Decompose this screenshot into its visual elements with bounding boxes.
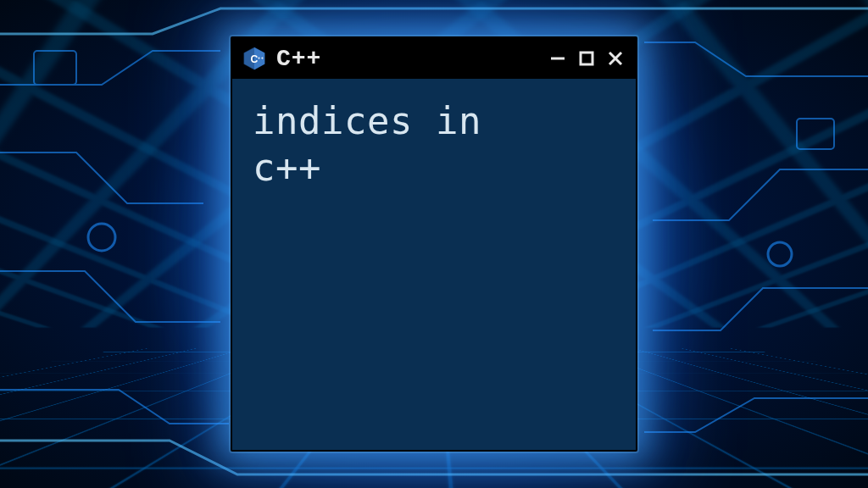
minimize-icon [548, 49, 567, 68]
window-controls [546, 47, 627, 70]
minimize-button[interactable] [546, 47, 570, 70]
svg-point-0 [88, 224, 115, 251]
svg-text:C: C [251, 53, 259, 65]
maximize-icon [578, 50, 595, 67]
cpp-logo-icon: C + + [241, 45, 268, 72]
titlebar: C + + C++ [232, 38, 636, 79]
window-title: C++ [276, 46, 537, 72]
svg-rect-10 [581, 53, 593, 64]
svg-point-1 [768, 242, 792, 266]
svg-text:+: + [258, 55, 260, 60]
terminal-content: indices in c++ [232, 79, 636, 450]
close-icon [606, 49, 625, 68]
close-button[interactable] [604, 47, 627, 70]
svg-rect-3 [797, 119, 834, 149]
svg-text:+: + [261, 55, 264, 60]
svg-rect-2 [34, 51, 76, 85]
terminal-window: C + + C++ ind [231, 36, 637, 452]
maximize-button[interactable] [575, 47, 598, 70]
